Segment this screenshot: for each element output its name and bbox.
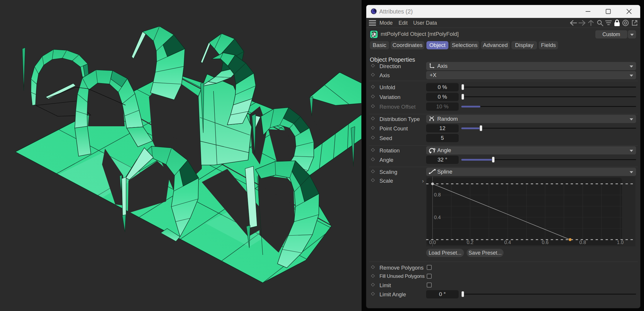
- svg-text:0.8: 0.8: [579, 240, 586, 245]
- svg-text:0.2: 0.2: [467, 240, 474, 245]
- svg-text:0.4: 0.4: [434, 215, 441, 220]
- svg-text:1.0: 1.0: [617, 240, 624, 245]
- svg-text:0.4: 0.4: [504, 240, 511, 245]
- svg-text:0.0: 0.0: [429, 240, 436, 245]
- svg-text:0.6: 0.6: [542, 240, 549, 245]
- svg-text:0.8: 0.8: [434, 192, 441, 197]
